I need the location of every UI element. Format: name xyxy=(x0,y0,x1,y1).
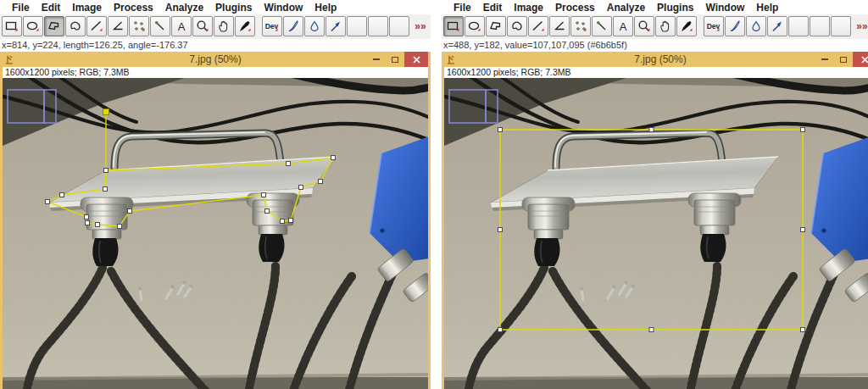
tool-dropper-button[interactable] xyxy=(235,16,255,36)
menu-help[interactable]: Help xyxy=(750,2,784,14)
tool-freehand-button[interactable] xyxy=(65,16,86,36)
toolbar: ADev»» xyxy=(442,14,868,39)
menu-window[interactable]: Window xyxy=(699,2,750,14)
menu-analyze[interactable]: Analyze xyxy=(601,2,651,14)
maximize-icon xyxy=(392,57,398,63)
image-window-titlebar[interactable]: 7.jpg (50%) xyxy=(444,52,868,67)
image-window: 7.jpg (50%) 1600x1200 pixels; RGB; 7.3MB xyxy=(442,52,868,389)
tool-oval-button[interactable] xyxy=(465,16,485,36)
menu-process[interactable]: Process xyxy=(108,2,159,14)
close-button[interactable] xyxy=(853,52,868,67)
minimize-button[interactable] xyxy=(367,52,386,67)
menu-plugins[interactable]: Plugins xyxy=(651,2,699,14)
menu-edit[interactable]: Edit xyxy=(36,2,67,14)
image-window: 7.jpg (50%) 1600x1200 pixels; RGB; 7.3MB xyxy=(0,52,431,389)
image-canvas[interactable] xyxy=(3,78,428,389)
image-window-title: 7.jpg (50%) xyxy=(444,53,868,65)
close-icon xyxy=(861,56,868,64)
minimize-button[interactable] xyxy=(815,52,834,67)
tool-brush-button[interactable] xyxy=(283,16,303,36)
tool-zoom-button[interactable] xyxy=(192,16,213,36)
tool-point-button[interactable] xyxy=(129,16,149,36)
menu-plugins[interactable]: Plugins xyxy=(209,2,258,14)
menu-bar: FileEditImageProcessAnalyzePluginsWindow… xyxy=(442,0,868,14)
tool-rectangle-button[interactable] xyxy=(443,16,464,36)
tool-hand-button[interactable] xyxy=(214,16,234,36)
menu-file[interactable]: File xyxy=(448,2,477,14)
tool-freehand-button[interactable] xyxy=(507,16,527,36)
tool-polygon-button[interactable] xyxy=(44,16,64,36)
tool-line-button[interactable] xyxy=(528,16,548,36)
tool-oval-button[interactable] xyxy=(23,16,43,36)
maximize-icon xyxy=(840,57,847,63)
status-line: x=488, y=182, value=107,107,095 (#6b6b5f… xyxy=(442,39,868,52)
tool-line-button[interactable] xyxy=(86,16,107,36)
menu-process[interactable]: Process xyxy=(549,2,601,14)
tool-dev-button[interactable]: Dev xyxy=(704,16,724,36)
tool-brush-button[interactable] xyxy=(725,16,745,36)
tool-bucket-button[interactable] xyxy=(746,16,766,36)
svg-text:A: A xyxy=(620,20,627,33)
menu-image[interactable]: Image xyxy=(508,2,549,14)
image-info-line: 1600x1200 pixels; RGB; 7.3MB xyxy=(444,67,868,78)
image-info-line: 1600x1200 pixels; RGB; 7.3MB xyxy=(3,67,428,78)
photo-scene xyxy=(444,78,868,389)
minimize-icon xyxy=(821,58,828,60)
tool-polygon-button[interactable] xyxy=(486,16,506,36)
close-button[interactable] xyxy=(404,52,428,67)
image-canvas[interactable] xyxy=(444,78,868,389)
photo-scene xyxy=(3,78,428,389)
svg-text:A: A xyxy=(178,20,186,33)
tool-arrow-button[interactable] xyxy=(326,16,346,36)
menu-edit[interactable]: Edit xyxy=(477,2,509,14)
image-window-title: 7.jpg (50%) xyxy=(3,53,428,65)
menu-help[interactable]: Help xyxy=(309,2,342,14)
menu-image[interactable]: Image xyxy=(66,2,108,14)
tool-dev-button[interactable]: Dev xyxy=(262,16,282,36)
tool-angle-button[interactable] xyxy=(108,16,128,36)
tool-angle-button[interactable] xyxy=(549,16,570,36)
tool-rectangle-button[interactable] xyxy=(2,16,22,36)
imagej-window-right: FileEditImageProcessAnalyzePluginsWindow… xyxy=(442,0,868,389)
svg-text:»»: »» xyxy=(415,20,426,32)
maximize-button[interactable] xyxy=(386,52,404,67)
svg-text:Dev: Dev xyxy=(707,22,721,31)
maximize-button[interactable] xyxy=(834,52,853,67)
tool-wand-button[interactable] xyxy=(150,16,170,36)
tool-more-tools-button[interactable]: »» xyxy=(410,16,431,36)
tool-empty-1-button[interactable] xyxy=(347,16,367,36)
tool-dropper-button[interactable] xyxy=(676,16,697,36)
tool-empty-1-button[interactable] xyxy=(788,16,809,36)
imagej-window-left: FileEditImageProcessAnalyzePluginsWindow… xyxy=(0,0,431,389)
tool-zoom-button[interactable] xyxy=(634,16,654,36)
menu-bar: FileEditImageProcessAnalyzePluginsWindow… xyxy=(0,0,431,14)
toolbar: ADev»» xyxy=(0,14,431,39)
tool-point-button[interactable] xyxy=(570,16,591,36)
tool-hand-button[interactable] xyxy=(655,16,676,36)
menu-window[interactable]: Window xyxy=(258,2,309,14)
tool-bucket-button[interactable] xyxy=(304,16,325,36)
menu-analyze[interactable]: Analyze xyxy=(159,2,209,14)
image-window-titlebar[interactable]: 7.jpg (50%) xyxy=(3,52,428,67)
menu-file[interactable]: File xyxy=(6,2,36,14)
tool-empty-2-button[interactable] xyxy=(368,16,388,36)
tool-empty-2-button[interactable] xyxy=(810,16,830,36)
tool-text-button[interactable]: A xyxy=(613,16,633,36)
svg-text:»»: »» xyxy=(856,20,868,32)
tool-empty-3-button[interactable] xyxy=(389,16,409,36)
tool-empty-3-button[interactable] xyxy=(831,16,851,36)
tool-wand-button[interactable] xyxy=(592,16,612,36)
status-line: x=814, y=224, length=126.25, angle=-176.… xyxy=(0,39,431,52)
tool-text-button[interactable]: A xyxy=(171,16,192,36)
close-icon xyxy=(413,56,420,64)
minimize-icon xyxy=(373,58,380,60)
tool-more-tools-button[interactable]: »» xyxy=(852,16,868,36)
svg-text:Dev: Dev xyxy=(265,22,279,31)
tool-arrow-button[interactable] xyxy=(767,16,787,36)
